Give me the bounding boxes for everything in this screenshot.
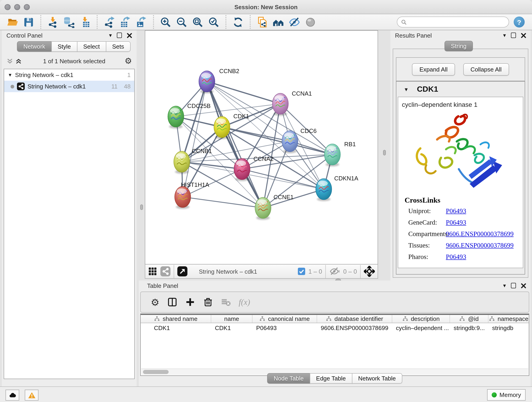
memory-button[interactable]: Memory: [487, 389, 526, 401]
node-label: CDK1: [233, 113, 249, 119]
zoom-window-button[interactable]: [24, 4, 30, 10]
home-panel-icon[interactable]: [272, 16, 285, 28]
network-options-gear-icon[interactable]: ⚙: [125, 57, 132, 65]
network-graph[interactable]: CCNB2CCNA1CDC25BCDK1CDC6RB1CCNB1CCNA2CDK…: [145, 31, 378, 264]
tab-select[interactable]: Select: [77, 41, 106, 52]
window-controls: [5, 4, 30, 10]
right-splitter-handle[interactable]: [383, 150, 386, 155]
network-canvas[interactable]: CCNB2CCNA1CDC25BCDK1CDC6RB1CCNB1CCNA2CDK…: [145, 30, 378, 264]
crosslink-link[interactable]: P06493: [446, 253, 466, 261]
float-panel-icon[interactable]: [117, 32, 122, 38]
export-network-icon[interactable]: [103, 16, 115, 28]
close-panel-icon[interactable]: [521, 33, 526, 38]
column-header-database-identifier[interactable]: database identifier: [317, 315, 392, 323]
panel-menu-icon[interactable]: ▾: [503, 32, 506, 38]
network-view-share-icon[interactable]: [160, 266, 171, 276]
crosslink-link[interactable]: P06493: [446, 218, 466, 227]
detach-view-icon[interactable]: [177, 266, 187, 276]
cell-namespace[interactable]: stringdb: [488, 323, 529, 332]
help-icon[interactable]: ?: [514, 17, 525, 27]
column-header-namespace[interactable]: namespace: [488, 315, 529, 323]
column-header-canonical-name[interactable]: canonical name: [253, 315, 317, 323]
zoom-out-icon[interactable]: [176, 16, 188, 28]
column-header-description[interactable]: description: [392, 315, 450, 323]
expand-all-button[interactable]: Expand All: [412, 63, 455, 75]
grid-view-icon[interactable]: [148, 267, 157, 276]
selected-node-edge-counts: 1 – 0: [308, 268, 322, 275]
float-panel-icon[interactable]: [511, 283, 516, 288]
clone-network-icon[interactable]: [256, 16, 268, 28]
network-row[interactable]: String Network – cdk1 11 48: [4, 81, 134, 92]
network-selection-summary: 1 of 1 Network selected: [24, 57, 125, 64]
apply-layout-icon[interactable]: [232, 16, 244, 28]
save-session-icon[interactable]: [22, 16, 35, 28]
import-network-database-icon[interactable]: [63, 16, 75, 28]
float-panel-icon[interactable]: [511, 32, 516, 38]
zoom-fit-icon[interactable]: [191, 16, 204, 28]
open-session-icon[interactable]: [6, 16, 19, 28]
collapse-all-button[interactable]: Collapse All: [463, 63, 509, 75]
gene-description: cyclin–dependent kinase 1: [398, 97, 523, 108]
crosslink-link[interactable]: P06493: [446, 207, 466, 216]
warning-status-button[interactable]: [25, 390, 38, 401]
toolbar-separator: [153, 15, 154, 29]
cell-id[interactable]: stringdb:9...: [450, 323, 488, 332]
memory-label: Memory: [500, 391, 521, 398]
crosslink-link[interactable]: 9606.ENSP00000378699: [446, 241, 514, 250]
close-window-button[interactable]: [5, 4, 11, 10]
show-columns-icon[interactable]: [167, 297, 177, 307]
zoom-selected-icon[interactable]: [208, 16, 220, 28]
table-options-gear-icon[interactable]: ⚙: [151, 297, 159, 307]
search-input[interactable]: [409, 18, 505, 26]
panel-menu-icon[interactable]: ▾: [109, 32, 112, 38]
cell-description[interactable]: cyclin–dependent ...: [392, 323, 450, 332]
import-table-file-icon[interactable]: [79, 16, 91, 28]
tab-style[interactable]: Style: [51, 41, 77, 52]
crosslink-link[interactable]: 9606.ENSP00000378699: [446, 230, 514, 238]
cell-database-identifier[interactable]: 9606.ENSP00000378699: [317, 323, 392, 332]
panel-menu-icon[interactable]: ▾: [503, 283, 506, 288]
create-column-icon[interactable]: [185, 297, 195, 307]
column-header-name[interactable]: name: [211, 315, 253, 323]
hide-selected-icon[interactable]: [288, 16, 301, 28]
tab-string[interactable]: String: [444, 41, 473, 51]
collapse-all-icon[interactable]: [6, 57, 13, 64]
cloud-status-button[interactable]: [6, 390, 19, 401]
results-panel-title: Results Panel: [395, 32, 432, 39]
node-label: CDC25B: [187, 103, 210, 109]
import-network-file-icon[interactable]: [47, 16, 59, 28]
cell-shared-name[interactable]: CDK1: [141, 323, 211, 332]
collection-count: 1: [127, 71, 131, 78]
table-row[interactable]: CDK1 CDK1 P06493 9606.ENSP00000378699 cy…: [141, 323, 529, 332]
tab-node-table[interactable]: Node Table: [267, 373, 310, 384]
table-tabs: Node Table Edge Table Network Table: [267, 373, 402, 384]
expand-all-icon[interactable]: [15, 57, 22, 64]
show-all-icon[interactable]: [304, 16, 317, 28]
close-panel-icon[interactable]: [127, 33, 132, 38]
close-panel-icon[interactable]: [521, 283, 526, 288]
selected-checkbox-icon[interactable]: [298, 268, 305, 275]
minimize-window-button[interactable]: [14, 4, 20, 10]
birds-eye-crosshair-icon[interactable]: [364, 266, 375, 277]
export-table-icon[interactable]: [119, 16, 132, 28]
cell-canonical-name[interactable]: P06493: [253, 323, 317, 332]
column-header-shared-name[interactable]: shared name: [141, 315, 211, 323]
column-header-id[interactable]: @id: [450, 315, 488, 323]
function-builder-icon-disabled: f(x): [239, 297, 250, 307]
tab-network-table[interactable]: Network Table: [352, 373, 402, 384]
toolbar-divider: [360, 265, 361, 278]
left-splitter-handle[interactable]: [140, 204, 143, 210]
cell-name[interactable]: CDK1: [211, 323, 253, 332]
node-label: CCNB2: [219, 68, 239, 74]
network-collection-row[interactable]: ▼ String Network – cdk1 1: [4, 69, 134, 81]
tab-edge-table[interactable]: Edge Table: [310, 373, 352, 384]
delete-column-icon[interactable]: [203, 297, 213, 307]
hidden-eye-slash-icon[interactable]: [329, 266, 340, 277]
tab-sets[interactable]: Sets: [106, 41, 130, 52]
gene-expander-icon[interactable]: ▼: [404, 86, 409, 92]
zoom-in-icon[interactable]: [159, 16, 172, 28]
collection-expander-icon[interactable]: ▼: [8, 72, 12, 77]
tab-network[interactable]: Network: [17, 41, 51, 52]
export-image-icon[interactable]: [135, 16, 147, 28]
gene-section-header[interactable]: ▼ CDK1: [396, 82, 525, 97]
